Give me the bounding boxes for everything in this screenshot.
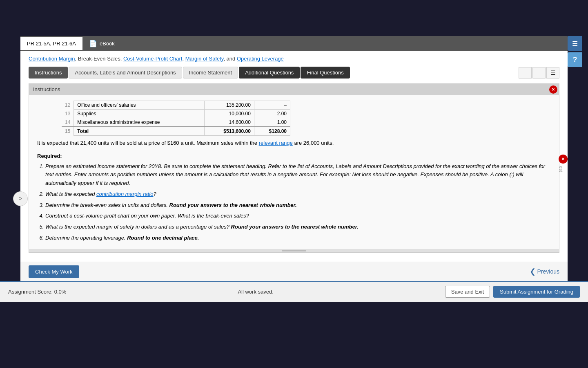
tab-accounts[interactable]: Accounts, Labels and Amount Descriptions [69,67,182,79]
tab-instructions[interactable]: Instructions [29,67,68,79]
list-item: Determine the break-even sales in units … [45,201,551,210]
right-panel-label: est [559,166,564,172]
right-panel-close-button[interactable]: × [559,155,568,164]
expected-text: It is expected that 21,400 units will be… [37,139,551,147]
tab-income-statement[interactable]: Income Statement [183,67,238,79]
bottom-nav: Check My Work ❮ Previous [20,262,568,281]
tab-additional-questions[interactable]: Additional Questions [239,67,300,79]
navigation-icon[interactable]: ☰ [568,36,582,51]
nav-tabs: Instructions Accounts, Labels and Amount… [29,67,559,79]
list-item: Construct a cost-volume-profit chart on … [45,212,551,220]
table-row: 14 Miscellaneous administrative expense … [62,118,290,127]
list-item: What is the expected contribution margin… [45,190,551,199]
saved-status: All work saved. [66,289,445,295]
list-item: What is the expected margin of safety in… [45,223,551,231]
table-row: 13 Supplies 10,000.00 2.00 [62,110,290,118]
chevron-left-icon: ❮ [530,267,536,276]
requirements-list: Prepare an estimated income statement fo… [37,162,551,242]
check-my-work-button[interactable]: Check My Work [29,265,79,278]
save-and-exit-button[interactable]: Save and Exit [445,286,490,298]
view-icon-2[interactable] [532,67,546,79]
submit-assignment-button[interactable]: Submit Assignment for Grading [493,286,580,298]
scrollbar-area[interactable] [29,249,559,252]
instructions-panel: Instructions × 12 Office and officers' s… [29,83,559,253]
contribution-margin-link[interactable]: Contribution Margin [29,56,75,62]
margin-safety-link[interactable]: Margin of Safety [185,56,224,62]
tab-final-questions[interactable]: Final Questions [301,67,350,79]
footer-buttons: Save and Exit Submit Assignment for Grad… [445,286,580,298]
required-label: Required: [37,153,551,159]
panel-close-button[interactable]: × [549,85,557,94]
content-area: Contribution Margin, Break-Even Sales, C… [20,51,568,262]
ebook-tab[interactable]: 📄 eBook [82,36,121,51]
footer: Assignment Score: 0.0% All work saved. S… [0,281,588,302]
side-toggle-button[interactable]: > [13,191,28,206]
main-tab[interactable]: PR 21-5A, PR 21-6A [20,37,82,50]
help-icon[interactable]: ? [568,52,582,67]
view-icon-3[interactable]: ☰ [546,67,559,79]
list-item: Prepare an estimated income statement fo… [45,162,551,188]
table-total-row: 15 Total $513,600.00 $128.00 [62,127,290,136]
cvp-chart-link[interactable]: Cost-Volume-Profit Chart [123,56,183,62]
tab-bar: PR 21-5A, PR 21-6A 📄 eBook [20,36,568,51]
toolbar-icons: ☰ [519,67,559,79]
right-panel: × est [559,155,568,172]
breadcrumb: Contribution Margin, Break-Even Sales, C… [29,56,559,62]
table-row: 12 Office and officers' salaries 135,200… [62,101,290,110]
previous-button[interactable]: ❮ Previous [530,267,559,276]
instructions-content: 12 Office and officers' salaries 135,200… [29,95,559,249]
view-icon-1[interactable] [519,67,532,79]
panel-title: Instructions [29,84,559,95]
assignment-score: Assignment Score: 0.0% [8,289,66,295]
relevant-range-link[interactable]: relevant range [259,140,293,146]
contribution-margin-ratio-link[interactable]: contribution margin ratio [96,191,153,197]
operating-leverage-link[interactable]: Operating Leverage [237,56,284,62]
book-icon: 📄 [89,40,97,47]
list-item: Determine the operating leverage. Round … [45,234,551,242]
data-table: 12 Office and officers' salaries 135,200… [62,101,290,136]
